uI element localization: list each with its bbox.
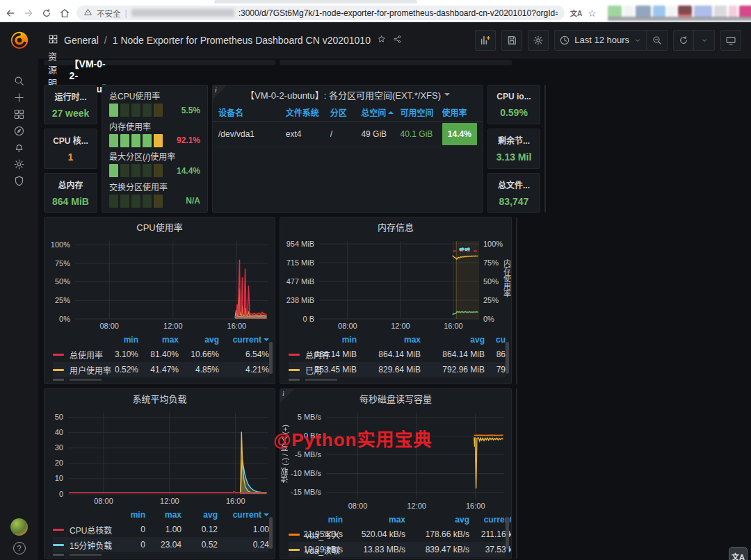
legend-value: 79 (485, 365, 506, 374)
share-icon[interactable] (392, 34, 403, 47)
add-panel-button[interactable] (475, 30, 496, 51)
legend-col-header[interactable]: avg (405, 515, 469, 525)
gauge-cpu-usage: 总CPU使用率 5.5% (109, 90, 200, 117)
url-separator: | (125, 8, 127, 18)
kiosk-tv-button[interactable] (720, 30, 741, 51)
diskio-chart[interactable]: 5 MB/s0 B/s-5 MB/s-10 MB/s-15 MB/s08:001… (280, 407, 511, 513)
panel-hourly-traffic[interactable]: 每小时流量All 上传 (-) /下载 (+) 47.7 MiB0 B-48 M… (544, 85, 546, 213)
home-button[interactable] (58, 7, 71, 19)
reload-button[interactable] (40, 7, 53, 19)
legend-series-toggle[interactable]: 总使用率 (53, 349, 98, 361)
column-header[interactable]: 使用率 (442, 106, 477, 118)
legend-scrollbar[interactable] (269, 517, 273, 549)
explore-compass-icon[interactable] (11, 125, 28, 137)
panel-cpu-usage[interactable]: CPU使用率 0%25%50%75%100%08:0012:0016:00 mi… (44, 217, 275, 384)
alerting-bell-icon[interactable] (11, 142, 28, 154)
legend-col-header[interactable]: avg (181, 510, 218, 520)
legend-col-header[interactable]: current (218, 510, 269, 520)
back-button[interactable] (4, 7, 17, 19)
url-bar[interactable]: 不安全 | :3000/d/7GSt6Mg7k/1-node-exporter-… (76, 6, 565, 20)
save-dashboard-button[interactable] (501, 30, 522, 51)
legend-col-header[interactable]: max (357, 335, 421, 345)
legend-col-header[interactable]: max (145, 510, 181, 520)
panel-disk-usage[interactable]: 磁盘使用率 0%25%50%75%100%08:0012:0016:00 min… (516, 388, 517, 559)
info-corner-icon[interactable]: i (280, 389, 294, 403)
configuration-gear-icon[interactable] (11, 158, 28, 170)
favorite-star-icon[interactable] (376, 34, 387, 47)
legend-series-toggle[interactable]: 用户使用率 (53, 364, 98, 376)
panel-title[interactable]: 内存信息 (280, 217, 511, 236)
admin-shield-icon[interactable] (11, 175, 28, 187)
refresh-button[interactable] (673, 30, 694, 51)
svg-text:16:00: 16:00 (444, 322, 463, 330)
legend-col-header[interactable]: cu (485, 335, 506, 345)
legend-col-header[interactable]: current (469, 515, 511, 525)
panel-total-filefd[interactable]: 总文件... 83,747 (487, 173, 540, 213)
search-icon[interactable] (11, 75, 28, 87)
legend-scrollbar[interactable] (269, 342, 273, 374)
browser-tab[interactable] (214, 0, 417, 3)
panel-uptime[interactable]: 运行时... 27 week (44, 85, 97, 124)
legend-col-header[interactable]: avg (179, 335, 219, 345)
legend-col-header[interactable]: avg (421, 335, 485, 345)
legend-scrollbar[interactable] (506, 517, 509, 549)
stat-value: 864 MiB (52, 196, 89, 207)
info-corner-icon[interactable]: i (213, 85, 227, 99)
panel-title[interactable]: 【VM-0-2-ubuntu】: 各分区可用空间(EXT.*/XFS) (213, 85, 483, 104)
url-text[interactable]: :3000/d/7GSt6Mg7k/1-node-exporter-for-pr… (239, 8, 558, 18)
time-picker[interactable]: Last 12 hours (554, 30, 647, 51)
panel-cpu-iowait[interactable]: CPU io... 0.59% (487, 85, 540, 124)
dashboards-icon[interactable] (11, 108, 28, 120)
legend-col-header[interactable]: min (289, 515, 343, 525)
legend-col-header[interactable]: current (219, 335, 269, 345)
panel-cpu-cores[interactable]: CPU 核... 1 (44, 129, 97, 168)
translate-icon[interactable]: 文A (570, 8, 582, 18)
gauge-bar (109, 104, 163, 117)
help-icon[interactable]: ? (13, 542, 26, 554)
bookmark-star-icon[interactable]: ☆ (588, 8, 597, 19)
panel-disk-io[interactable]: i 每秒磁盘读写容量 读取 (-) / 写入 (+) 5 MB/s0 B/s-5… (280, 388, 512, 559)
panel-total-memory[interactable]: 总内存 864 MiB (44, 173, 97, 213)
column-header[interactable]: 分区 (330, 106, 362, 118)
panel-memory-info[interactable]: 内存信息 内存使用率 0 B0%238 MiB25%477 MiB50%715 … (280, 217, 512, 384)
panel-system-load[interactable]: 系统平均负载 0102030405008:0012:0016:00 minmax… (44, 388, 275, 559)
column-header[interactable]: 可用空间 (401, 106, 442, 118)
not-secure-warning-icon[interactable] (83, 7, 92, 19)
panel-title[interactable]: 系统平均负载 (45, 389, 275, 407)
legend-series-toggle[interactable]: CPU总核数 (53, 524, 109, 536)
load-chart[interactable]: 0102030405008:0012:0016:00 (45, 407, 275, 508)
legend-col-header[interactable]: min (98, 335, 138, 345)
user-avatar[interactable] (10, 518, 28, 536)
breadcrumb-folder[interactable]: General (64, 35, 99, 46)
memory-chart[interactable]: 0 B0%238 MiB25%477 MiB50%715 MiB75%954 M… (280, 236, 511, 333)
legend: minmaxavgcu总内存864.14 MiB864.14 MiB864.14… (280, 333, 511, 384)
cpu-chart[interactable]: 0%25%50%75%100%08:0012:0016:00 (45, 236, 275, 333)
panel-free-inodes[interactable]: 剩余节... 3.13 Mil (487, 129, 540, 168)
legend-scrollbar[interactable] (506, 342, 509, 374)
panel-usage-gauges[interactable]: 总CPU使用率 5.5% 内存使用率 92.1% 最大分区(/)使用率 14.4… (102, 85, 208, 213)
column-header[interactable]: 设备名 (218, 106, 286, 118)
legend: minmaxavgcurrentCPU总核数01.000.121.0015分钟负… (45, 508, 275, 559)
legend-series-toggle[interactable]: 15分钟负载 (53, 539, 109, 551)
column-header[interactable]: 文件系统 (286, 106, 330, 118)
refresh-interval-caret[interactable] (694, 30, 715, 51)
extensions-area[interactable] (608, 6, 751, 21)
forward-button[interactable] (22, 7, 35, 19)
panel-partition-table[interactable]: i 【VM-0-2-ubuntu】: 各分区可用空间(EXT.*/XFS) 设备… (212, 85, 483, 213)
column-header-sorted[interactable]: 总空间 (361, 106, 400, 118)
legend-col-header[interactable]: min (293, 335, 357, 345)
grafana-logo[interactable] (9, 30, 30, 51)
panel-title[interactable]: CPU使用率 (45, 217, 275, 236)
legend-col-header[interactable]: max (343, 515, 405, 525)
dashboards-breadcrumb-icon[interactable] (48, 34, 58, 47)
dashboard-title[interactable]: 1 Node Exporter for Prometheus Dashboard… (113, 35, 371, 46)
zoom-out-time-button[interactable] (647, 30, 668, 51)
table-row[interactable]: /dev/vda1 ext4 / 49 GiB 40.1 GiB 14.4% (213, 122, 483, 147)
dashboard-settings-button[interactable] (528, 30, 549, 51)
translate-fab-icon[interactable]: 文A (729, 547, 748, 560)
legend-col-header[interactable]: max (138, 335, 179, 345)
add-icon[interactable] (11, 92, 28, 104)
legend-col-header[interactable]: min (109, 510, 145, 520)
panel-title[interactable]: 每秒磁盘读写容量 (280, 389, 511, 407)
panel-network-bandwidth[interactable]: 每秒网络带宽使用All 上传 (-) /下载 (+) 500 kb/s0 b/s… (516, 217, 517, 384)
